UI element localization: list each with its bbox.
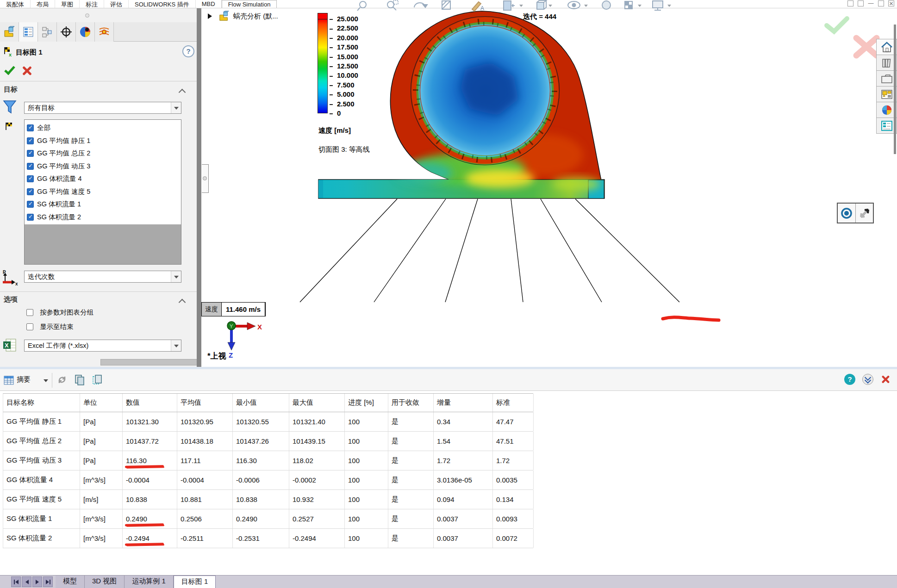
appearances-sphere-icon: [602, 1, 610, 9]
assembly-icon: [3, 26, 15, 38]
sheet-tab[interactable]: 运动算例 1: [125, 576, 174, 588]
menu-tab[interactable]: 装配体: [0, 0, 31, 8]
tab-flow-simulation-tree[interactable]: [95, 22, 114, 42]
group-charts-checkbox[interactable]: [26, 309, 33, 316]
checkbox-checked-icon[interactable]: [27, 163, 34, 170]
ok-button[interactable]: [4, 64, 15, 75]
cancel-button[interactable]: [22, 66, 32, 76]
copy-table-icon[interactable]: [74, 374, 85, 386]
goal-list-item[interactable]: GG 平均值 总压 2: [25, 147, 181, 160]
table-row[interactable]: GG 平均值 动压 3 [Pa] 116.30 117.11 116.30 11…: [3, 451, 533, 470]
summary-help-button[interactable]: ?: [844, 374, 855, 385]
table-row[interactable]: GG 平均值 静压 1 [Pa] 101321.30 101320.95 101…: [3, 412, 533, 432]
help-button[interactable]: ?: [182, 45, 194, 57]
summary-title[interactable]: 摘要: [17, 375, 31, 384]
goal-list-item[interactable]: SG 体积流量 2: [25, 211, 181, 224]
menu-tab[interactable]: 草图: [55, 0, 80, 8]
table-row[interactable]: SG 体积流量 1 [m^3/s] 0.2490 0.2506 0.2490 0…: [3, 509, 533, 529]
cell-minimum: 101437.26: [233, 432, 289, 451]
checkbox-checked-icon[interactable]: [27, 188, 34, 195]
table-header-cell: 标准: [493, 394, 534, 412]
export-format-select[interactable]: Excel 工作簿 (*.xlsx): [24, 340, 181, 352]
refresh-icon[interactable]: [56, 374, 68, 385]
panel-scroll-strip[interactable]: [100, 359, 200, 365]
table-row[interactable]: SG 体积流量 2 [m^3/s] -0.2494 -0.2511 -0.253…: [3, 529, 533, 548]
chevron-down-icon[interactable]: [171, 340, 181, 351]
window-minimize-icon[interactable]: —: [868, 0, 874, 6]
sheet-tab[interactable]: 模型: [56, 576, 85, 588]
chevron-down-icon[interactable]: [171, 102, 181, 113]
goal-plot-flag-icon: x: [3, 47, 13, 57]
chevron-down-icon[interactable]: [44, 379, 48, 384]
sheet-tab[interactable]: 目标图 1: [174, 576, 216, 588]
tab-feature-manager[interactable]: [0, 22, 19, 42]
record-target-button[interactable]: [838, 204, 855, 223]
show-to-end-checkbox[interactable]: [26, 323, 33, 330]
orientation-triad: Y X Z: [227, 322, 262, 359]
checkbox-checked-icon[interactable]: [27, 137, 34, 144]
menu-tab[interactable]: Flow Simulation: [222, 0, 277, 8]
close-summary-button[interactable]: [881, 375, 890, 384]
checkbox-checked-icon[interactable]: [27, 201, 34, 208]
goal-list-item[interactable]: GG 平均值 静压 1: [25, 135, 181, 148]
menu-tab[interactable]: 布局: [31, 0, 55, 8]
menu-tab[interactable]: 评估: [104, 0, 129, 8]
table-row[interactable]: GG 体积流量 4 [m^3/s] -0.0004 -0.0004 -0.000…: [3, 470, 533, 490]
velocity-callout[interactable]: 速度 11.460 m/s: [201, 302, 265, 316]
window-layout-icon[interactable]: [858, 0, 864, 6]
cell-delta: 0.094: [434, 490, 493, 509]
cell-maximum: 118.02: [289, 451, 345, 470]
window-restore-icon[interactable]: [847, 0, 853, 6]
tab-configuration-manager[interactable]: [38, 22, 57, 42]
first-sheet-button[interactable]: [11, 576, 21, 587]
checkbox-checked-icon[interactable]: [27, 150, 34, 157]
cell-unit: [m/s]: [80, 490, 123, 509]
goal-list-item[interactable]: GG 体积流量 4: [25, 173, 181, 186]
collapse-options-icon[interactable]: [180, 298, 185, 303]
menu-tab[interactable]: SOLIDWORKS 插件: [129, 0, 196, 8]
chevron-down-icon[interactable]: [171, 271, 181, 282]
cell-value: -0.2494: [123, 529, 177, 548]
graphics-area[interactable]: Y X Z 蜗壳分析 (默... 迭代 = 444 25.000: [201, 8, 897, 367]
red-underline-annotation: [125, 523, 164, 526]
window-maximize-icon[interactable]: [878, 0, 884, 6]
menu-tab[interactable]: 标注: [80, 0, 104, 8]
table-row[interactable]: GG 平均值 总压 2 [Pa] 101437.72 101438.18 101…: [3, 432, 533, 451]
tab-display-manager[interactable]: [76, 22, 95, 42]
goal-list-item[interactable]: SG 体积流量 1: [25, 198, 181, 211]
collapse-pane-button[interactable]: [862, 374, 873, 385]
window-close-icon[interactable]: ✕: [888, 0, 894, 6]
tab-property-manager[interactable]: [19, 22, 38, 42]
copy-image-icon[interactable]: [92, 374, 103, 386]
goal-filter-select[interactable]: 所有目标: [24, 102, 181, 114]
checkbox-checked-icon[interactable]: [27, 175, 34, 182]
legend-tick: 20.000: [330, 33, 358, 43]
configuration-label[interactable]: 蜗壳分析 (默...: [233, 12, 278, 21]
previous-sheet-button[interactable]: [22, 576, 31, 587]
collapse-goals-icon[interactable]: [180, 88, 185, 93]
cell-goal-name: GG 平均值 动压 3: [3, 451, 80, 470]
checkbox-checked-icon[interactable]: [27, 214, 34, 221]
last-sheet-button[interactable]: [43, 576, 53, 587]
property-manager-panel: x 目标图 1 ? 目标 所有目标: [0, 8, 200, 367]
abscissa-axis-icon: P x: [2, 270, 19, 285]
table-row[interactable]: GG 平均值 速度 5 [m/s] 10.838 10.881 10.838 1…: [3, 490, 533, 509]
goal-list-item[interactable]: GG 平均值 速度 5: [25, 186, 181, 198]
callout-value: 11.460 m/s: [222, 303, 265, 316]
zoom-area-icon: [387, 0, 398, 10]
goal-list-item[interactable]: GG 平均值 动压 3: [25, 160, 181, 173]
sheet-tab[interactable]: 3D 视图: [85, 576, 125, 588]
panel-collapse-handle[interactable]: [202, 164, 209, 193]
abscissa-select[interactable]: 迭代次数: [24, 271, 181, 283]
checkbox-checked-icon[interactable]: [27, 124, 34, 131]
panel-splitter-handle[interactable]: [85, 13, 89, 18]
resize-arrows-button[interactable]: [855, 204, 873, 223]
menu-tab[interactable]: MBD: [196, 0, 222, 8]
tree-expand-icon[interactable]: [208, 13, 215, 19]
cell-minimum: -0.2531: [233, 529, 289, 548]
goal-list[interactable]: 全部 GG 平均值 静压 1 GG 平均值 总压 2 GG 平均值 动压 3: [24, 119, 181, 265]
goal-list-item[interactable]: 全部: [25, 122, 181, 135]
legend-over-range-swatch: [318, 13, 328, 19]
tab-dimxpert-manager[interactable]: [57, 22, 76, 42]
next-sheet-button[interactable]: [32, 576, 42, 587]
